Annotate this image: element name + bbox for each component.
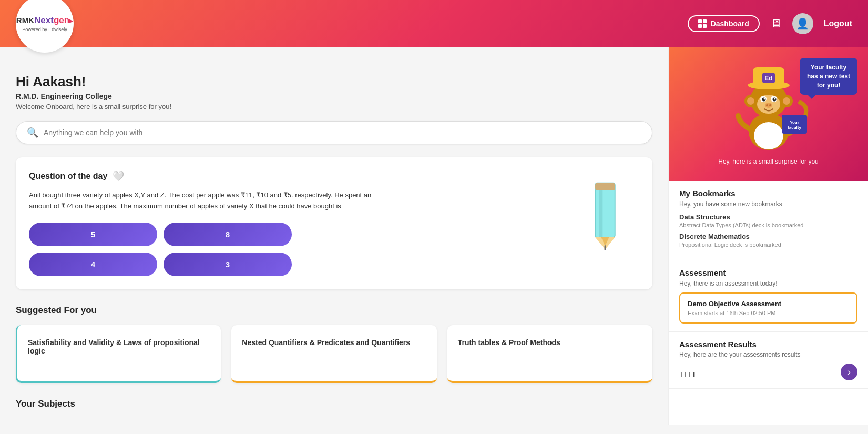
grid-icon [698, 19, 707, 28]
svg-text:faculty: faculty [788, 125, 801, 130]
bookmarks-section: My Bookmarks Hey, you have some new book… [669, 181, 868, 260]
logo[interactable]: RMK Nextgen▸ Powered by Edwisely [16, 0, 74, 53]
option-1[interactable]: 5 [29, 223, 157, 246]
logo-rmk: RMK [16, 16, 34, 25]
monkey-container: Ed Your faculty [727, 58, 811, 153]
results-subtitle: Hey, here are the your assessments resul… [679, 351, 857, 358]
svg-point-23 [783, 97, 790, 105]
svg-rect-0 [595, 183, 615, 237]
suggestions-grid: Satisfiability and Validity & Laws of pr… [16, 325, 652, 383]
option-4[interactable]: 3 [164, 253, 292, 276]
qod-card: Question of the day 🤍 Anil bought three … [16, 157, 652, 289]
option-2[interactable]: 8 [164, 223, 292, 246]
bookmark-item-1[interactable]: Data Structures Abstract Data Types (ADT… [679, 213, 857, 228]
search-icon: 🔍 [27, 127, 38, 138]
bookmarks-subtitle: Hey, you have some new bookmarks [679, 200, 857, 208]
suggestion-card-1[interactable]: Satisfiability and Validity & Laws of pr… [16, 325, 221, 383]
svg-rect-1 [599, 183, 603, 237]
monkey-illustration: Ed Your faculty [727, 58, 811, 153]
assessment-title: Assessment [679, 268, 857, 277]
assessment-card[interactable]: Demo Objective Assessment Exam starts at… [679, 292, 857, 324]
college-name: R.M.D. Engineering College [16, 92, 652, 100]
assessment-card-title: Demo Objective Assessment [688, 300, 849, 308]
svg-point-16 [774, 98, 775, 100]
svg-point-18 [766, 104, 768, 106]
header-right: Dashboard 🖥 👤 Logout [688, 13, 852, 34]
header: RMK Nextgen▸ Powered by Edwisely Dashboa… [0, 0, 868, 47]
search-input[interactable] [44, 128, 641, 137]
svg-text:Ed: Ed [764, 75, 772, 82]
bookmark-2-title: Discrete Mathematics [679, 233, 857, 240]
sidebar: Your faculty has a new test for you! [668, 47, 868, 425]
suggested-section: Suggested For you Satisfiability and Val… [16, 305, 652, 383]
svg-text:Your: Your [790, 120, 799, 125]
content-area: Hi Aakash! R.M.D. Engineering College We… [0, 47, 668, 425]
dashboard-label: Dashboard [711, 19, 749, 28]
avatar[interactable]: 👤 [792, 13, 813, 34]
surprise-text: Hey, here is a small surprise for you [679, 158, 857, 165]
main-layout: Hi Aakash! R.M.D. Engineering College We… [0, 47, 868, 425]
your-subjects-title: Your Subjects [16, 399, 652, 409]
suggestion-card-3[interactable]: Truth tables & Proof Methods [447, 325, 652, 383]
qod-question: Anil bought three variety of apples X,Y … [29, 190, 386, 212]
assessment-subtitle: Hey, there is an assessment today! [679, 280, 857, 287]
option-3[interactable]: 4 [29, 253, 157, 276]
welcome-section: Hi Aakash! R.M.D. Engineering College We… [16, 74, 652, 110]
welcome-greeting: Hi Aakash! [16, 74, 652, 90]
suggested-title: Suggested For you [16, 305, 652, 316]
svg-point-15 [763, 98, 765, 100]
results-title: Assessment Results [679, 340, 857, 349]
welcome-message: Welcome Onboard, here is a small surpris… [16, 103, 652, 110]
dashboard-button[interactable]: Dashboard [688, 15, 760, 32]
next-arrow-button[interactable]: › [841, 364, 857, 380]
pencil-illustration [579, 173, 631, 266]
suggestion-card-2[interactable]: Nested Quantifiers & Predicates and Quan… [231, 325, 436, 383]
options-grid: 5 8 4 3 [29, 223, 292, 276]
assessment-card-sub: Exam starts at 16th Sep 02:50 PM [688, 310, 849, 316]
bookmark-item-2[interactable]: Discrete Mathematics Propositional Logic… [679, 233, 857, 248]
bookmark-2-desc: Propositional Logic deck is bookmarked [679, 241, 857, 248]
results-section: Assessment Results Hey, here are the you… [669, 332, 868, 389]
suggestion-label-2: Nested Quantifiers & Predicates and Quan… [242, 338, 410, 347]
svg-point-8 [754, 122, 783, 149]
suggestion-label-1: Satisfiability and Validity & Laws of pr… [28, 338, 210, 355]
bookmarks-title: My Bookmarks [679, 189, 857, 198]
logo-subtitle: Powered by Edwisely [22, 27, 67, 32]
svg-rect-6 [595, 185, 615, 188]
bookmark-1-desc: Abstract Data Types (ADTs) deck is bookm… [679, 222, 857, 228]
bookmark-1-title: Data Structures [679, 213, 857, 221]
qod-title: Question of the day [29, 171, 107, 181]
assessment-section: Assessment Hey, there is an assessment t… [669, 260, 868, 332]
monkey-section: Your faculty has a new test for you! [669, 47, 868, 181]
logout-button[interactable]: Logout [824, 19, 852, 28]
suggestion-label-3: Truth tables & Proof Methods [458, 338, 560, 347]
search-bar[interactable]: 🔍 [16, 121, 652, 144]
logo-nextgen: Nextgen▸ [34, 15, 73, 26]
svg-point-19 [769, 104, 771, 106]
results-item: TTTT [679, 370, 696, 378]
heart-icon[interactable]: 🤍 [113, 170, 124, 182]
svg-point-21 [747, 97, 754, 105]
monitor-icon[interactable]: 🖥 [770, 17, 782, 31]
qod-header: Question of the day 🤍 [29, 170, 639, 182]
